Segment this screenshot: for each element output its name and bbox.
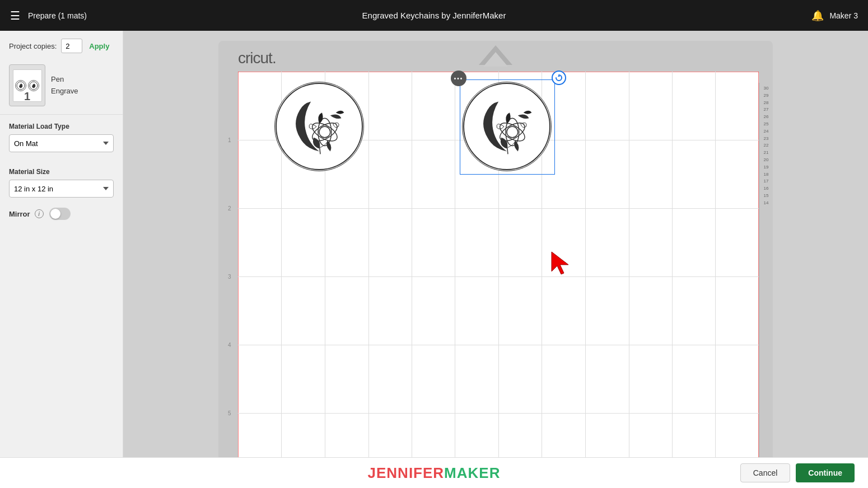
canvas-area: cricut. 1 2 3 4 5 6 7 8 [123, 31, 868, 488]
material-size-label: Material Size [0, 160, 123, 179]
mat-engrave-label: Engrave [51, 86, 78, 97]
mirror-label: Mirror [9, 210, 30, 218]
svg-point-2 [276, 83, 362, 170]
row-label-1: 1 [228, 137, 231, 143]
mat-pen-label: Pen [51, 74, 78, 86]
rotate-handle[interactable] [552, 71, 566, 85]
project-title: Engraved Keychains by JenniferMaker [362, 11, 506, 20]
mat-arrow-inner [483, 52, 508, 67]
continue-button[interactable]: Continue [796, 463, 855, 482]
mirror-info-icon[interactable]: i [35, 209, 44, 218]
thumb-circle-2 [28, 80, 39, 91]
cricut-logo: cricut. [238, 49, 276, 67]
prepare-title: Prepare (1 mats) [28, 11, 87, 20]
mirror-row: Mirror i [0, 205, 123, 226]
thumb-circle-1 [15, 80, 26, 91]
context-menu-button[interactable]: ••• [451, 71, 466, 86]
ruler-right: 30 29 28 27 26 25 24 23 22 21 20 19 18 1… [759, 83, 773, 483]
row-label-4: 4 [228, 342, 231, 348]
jennifer-text: JENNIFER [368, 464, 445, 481]
material-load-type-select[interactable]: On Mat Without Mat [9, 134, 114, 152]
notification-bell-icon[interactable]: 🔔 [811, 10, 824, 22]
grid-v-5 [455, 72, 455, 483]
user-label: Maker 3 [829, 11, 858, 20]
grid-v-8 [585, 72, 586, 483]
mat-thumbnail[interactable]: 1 [9, 64, 45, 106]
mat-inner: 1 2 3 4 5 [238, 72, 759, 483]
toggle-knob [50, 209, 60, 219]
red-guide-right [758, 72, 759, 483]
red-guide-left [238, 72, 239, 483]
row-label-3: 3 [228, 274, 231, 280]
mirror-toggle[interactable] [49, 208, 71, 220]
svg-point-6 [319, 126, 330, 138]
grid-v-3 [368, 72, 369, 483]
project-copies-input[interactable] [61, 39, 82, 53]
design-circle-1[interactable] [274, 82, 364, 171]
material-size-select[interactable]: 12 in x 12 in 12 in x 24 in Custom [9, 180, 114, 198]
material-load-type-label: Material Load Type [0, 115, 123, 133]
material-load-type-section: Material Load Type On Mat Without Mat [0, 115, 123, 160]
top-bar: ☰ Prepare (1 mats) Engraved Keychains by… [0, 0, 868, 31]
left-panel: Project copies: Apply [0, 31, 123, 488]
apply-button[interactable]: Apply [89, 42, 109, 50]
material-size-section: Material Size 12 in x 12 in 12 in x 24 i… [0, 160, 123, 205]
bottom-bar: JENNIFERMAKER Cancel Continue [0, 457, 868, 488]
project-copies-row: Project copies: Apply [0, 31, 123, 59]
grid-v-10 [672, 72, 673, 483]
selection-box [460, 79, 555, 175]
grid-v-11 [715, 72, 716, 483]
project-copies-label: Project copies: [9, 42, 57, 50]
grid-v-9 [629, 72, 629, 483]
maker-text: MAKER [444, 464, 500, 481]
row-label-5: 5 [228, 410, 231, 416]
mat-number: 1 [24, 90, 30, 103]
hamburger-menu-icon[interactable]: ☰ [10, 9, 20, 22]
mat-thumbnail-row: 1 Pen Engrave [0, 59, 123, 115]
jennifer-maker-logo: JENNIFERMAKER [368, 464, 501, 482]
mat: cricut. 1 2 3 4 5 6 7 8 [218, 41, 773, 483]
row-label-2: 2 [228, 205, 231, 212]
cancel-button[interactable]: Cancel [740, 463, 791, 482]
grid-v-4 [412, 72, 412, 483]
